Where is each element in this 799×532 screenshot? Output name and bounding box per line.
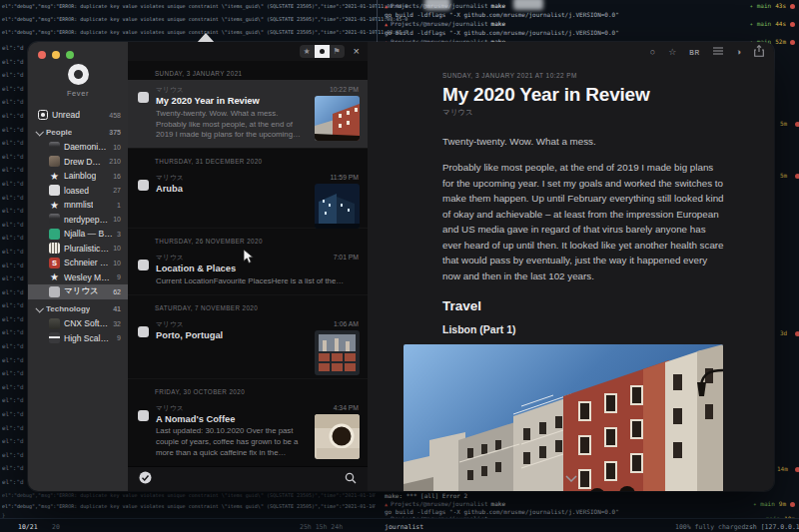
date-header: SUNDAY, 3 JANUARY 2021 bbox=[128, 61, 368, 80]
unread-filter-button[interactable] bbox=[315, 45, 330, 58]
date-header: SATURDAY, 7 NOVEMBER 2020 bbox=[128, 295, 368, 314]
sidebar-group-technology[interactable]: Technology 41 bbox=[28, 302, 128, 317]
appearance-toggle-button[interactable]: ◑ bbox=[736, 47, 741, 57]
sidebar-item-mnmlist[interactable]: ★ mnmlist 1 bbox=[28, 198, 128, 213]
search-button[interactable] bbox=[345, 470, 357, 488]
article-content: SUNDAY, 3 JANUARY 2021 AT 10:22 PM My 20… bbox=[368, 62, 774, 491]
bionic-reading-button[interactable]: BR bbox=[689, 49, 699, 56]
sidebar-item-schneier-on-security[interactable]: S Schneier on Security 10 bbox=[28, 256, 128, 270]
article-thumbnail-aruba bbox=[315, 184, 360, 229]
terminal-edge-fragment: 5m bbox=[780, 172, 799, 179]
battery-status: 100% fully charged bbox=[675, 523, 745, 531]
sidebar-item-lainblog[interactable]: ★ Lainblog 16 bbox=[28, 169, 128, 184]
shell-host: zsh [127.0.0.1] bbox=[745, 523, 799, 531]
sidebar-item-marius[interactable]: マリウス 62 bbox=[28, 284, 128, 299]
tmux-pane-divider bbox=[377, 0, 378, 42]
sidebar-item-daemonic-dispatches[interactable]: Daemonic Dispatches 10 bbox=[28, 140, 128, 155]
desktop: el":"debug","msg":"ERROR: duplicate key … bbox=[0, 0, 799, 532]
feed-favicon-icon bbox=[49, 185, 60, 196]
terminal-build-line: go build -ldflags "-X github.com/mrusme/… bbox=[385, 508, 795, 515]
article-row-a-nomads-coffee[interactable]: マリウス A Nomad's Coffee Last updated: 30.1… bbox=[128, 398, 368, 466]
git-branch-label: main bbox=[749, 20, 771, 27]
feed-nav: Unread 458 People 375 Daemonic Dispatche… bbox=[28, 108, 128, 345]
tmux-status-bar: 10/21 20 25h 15h 24h journalist 100% ful… bbox=[0, 518, 799, 532]
unread-checkbox[interactable] bbox=[138, 260, 149, 270]
sidebar-item-nerdypeppers-phlog[interactable]: nerdypepper's phlog 10 bbox=[28, 213, 128, 228]
terminal-edge-fragment: 3d bbox=[780, 329, 799, 336]
article-row-porto-portugal[interactable]: マリウス Porto, Portugal 1:06 AM bbox=[128, 314, 368, 378]
menubar-glare bbox=[424, 0, 450, 10]
sidebar-item-unread[interactable]: Unread 458 bbox=[28, 108, 128, 123]
unread-icon bbox=[38, 110, 48, 120]
reader-pane: ○ ☆ BR ◑ SUNDAY, 3 JANUARY 2021 AT 10:22… bbox=[368, 42, 774, 491]
mark-all-read-button[interactable] bbox=[139, 470, 152, 488]
unread-dot-icon bbox=[320, 49, 325, 54]
article-thumbnail-lisbon bbox=[315, 96, 360, 141]
fever-logo bbox=[68, 64, 89, 85]
article-paragraph: Probably like most people, at the end of… bbox=[442, 160, 724, 283]
terminal-edge-fragment: 14m bbox=[777, 465, 799, 472]
article-paragraph: Twenty-twenty. Wow. What a mess. bbox=[442, 134, 724, 149]
article-author: マリウス bbox=[442, 108, 724, 118]
sidebar-item-njalla-blog[interactable]: Njalla — Blog 3 bbox=[28, 227, 128, 242]
chevron-down-icon bbox=[35, 128, 43, 136]
flag-icon: ⚑ bbox=[333, 47, 340, 56]
feed-favicon-schneier-icon: S bbox=[49, 258, 60, 268]
list-toolbar: ★ ⚑ × bbox=[128, 42, 368, 61]
app-name: Fever bbox=[28, 89, 128, 98]
sidebar-item-high-scalability[interactable]: High Scalability 9 bbox=[28, 331, 128, 346]
status-dot-icon bbox=[790, 22, 795, 27]
star-icon: ★ bbox=[303, 47, 310, 56]
window-indicator: 10/21 bbox=[18, 523, 38, 531]
status-uptimes: 25h 15h 24h bbox=[300, 523, 343, 531]
menubar-glare bbox=[513, 0, 543, 10]
text-settings-button[interactable] bbox=[713, 47, 723, 58]
share-button[interactable] bbox=[754, 45, 764, 59]
feed-favicon-star-icon: ★ bbox=[49, 171, 60, 182]
feed-favicon-icon bbox=[49, 286, 60, 297]
feed-favicon-njalla-icon bbox=[49, 229, 60, 240]
terminal-prompt-line: Projects/@mrusme/journalistmake main44s bbox=[385, 20, 795, 27]
feed-favicon-console-icon bbox=[49, 142, 60, 153]
scroll-down-button[interactable] bbox=[565, 468, 577, 486]
reader-toolbar: ○ ☆ BR ◑ bbox=[368, 42, 774, 62]
feed-favicon-cnx-icon bbox=[49, 318, 60, 329]
sidebar-item-pluralistic[interactable]: Pluralistic: Daily links… 10 bbox=[28, 242, 128, 257]
mark-read-circle-button[interactable]: ○ bbox=[650, 47, 655, 57]
sidebar-item-wesley-moore[interactable]: ★ Wesley Moore 9 bbox=[28, 270, 128, 285]
feed-favicon-avatar-icon bbox=[49, 156, 60, 167]
close-button[interactable]: × bbox=[354, 46, 360, 57]
unread-checkbox[interactable] bbox=[138, 410, 149, 421]
article-dateline: SUNDAY, 3 JANUARY 2021 AT 10:22 PM bbox=[442, 72, 724, 79]
status-dot-icon bbox=[790, 502, 795, 507]
pane-indicator: 20 bbox=[52, 523, 60, 531]
window-controls bbox=[38, 51, 74, 59]
chevron-down-icon bbox=[35, 304, 43, 312]
sidebar-item-cnx-software[interactable]: CNX Software – Emb… 32 bbox=[28, 316, 128, 331]
date-header: THURSDAY, 26 NOVEMBER 2020 bbox=[128, 229, 368, 248]
terminal-log-line: el":"debug","msg":"ERROR: duplicate key … bbox=[2, 503, 376, 509]
article-list-pane: ★ ⚑ × SUNDAY, 3 JANUARY 2021 マリウス My bbox=[128, 42, 368, 491]
flagged-filter-button[interactable]: ⚑ bbox=[330, 45, 345, 58]
unread-checkbox[interactable] bbox=[138, 180, 149, 191]
sidebar-group-people[interactable]: People 375 bbox=[28, 126, 128, 141]
minimize-traffic-light[interactable] bbox=[52, 51, 60, 59]
article-row-aruba[interactable]: マリウス Aruba 11:59 PM bbox=[128, 168, 368, 228]
status-dot-icon bbox=[790, 4, 795, 9]
article-title: My 2020 Year in Review bbox=[442, 84, 724, 106]
unread-checkbox[interactable] bbox=[138, 326, 149, 337]
zoom-traffic-light[interactable] bbox=[66, 51, 74, 59]
article-photo-lisbon bbox=[403, 344, 723, 491]
unread-checkbox[interactable] bbox=[138, 92, 149, 103]
terminal-build-line: go build -ldflags "-X github.com/mrusme/… bbox=[385, 11, 795, 18]
star-article-button[interactable]: ☆ bbox=[668, 47, 676, 57]
terminal-edge-fragment: 5m bbox=[780, 120, 799, 127]
git-branch-label: main bbox=[749, 2, 771, 9]
starred-filter-button[interactable]: ★ bbox=[300, 45, 315, 58]
close-traffic-light[interactable] bbox=[38, 51, 46, 59]
sidebar-item-loased[interactable]: loased 27 bbox=[28, 184, 128, 199]
article-thumbnail-porto bbox=[315, 330, 360, 375]
feed-favicon-star-icon: ★ bbox=[49, 200, 60, 211]
article-row-my-2020-year-in-review[interactable]: マリウス My 2020 Year in Review Twenty-twent… bbox=[128, 80, 368, 148]
sidebar-item-drew-devaults-blog[interactable]: Drew DeVault's blog 210 bbox=[28, 155, 128, 170]
